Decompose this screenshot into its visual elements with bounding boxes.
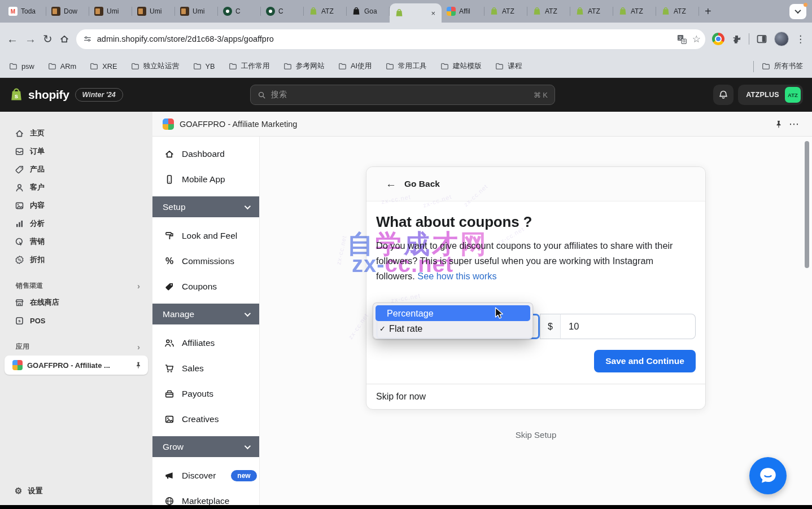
bookmark-folder[interactable]: 参考网站: [283, 62, 325, 71]
chrome-profile-icon[interactable]: [712, 33, 724, 45]
sidebar-item-content[interactable]: 内容: [5, 196, 148, 214]
sidebar-item-customers[interactable]: 客户: [5, 178, 148, 196]
go-back-button[interactable]: ← Go Back: [366, 167, 705, 201]
side-panel-icon[interactable]: [756, 33, 767, 45]
browser-toolbar: ← → ↻ admin.shopify.com/store/2d1c68-3/a…: [0, 23, 812, 55]
reload-button[interactable]: ↻: [43, 33, 53, 45]
nav-section-setup[interactable]: Setup: [152, 196, 259, 217]
sidebar-item-pos[interactable]: POS: [5, 311, 148, 330]
folder-icon: [90, 62, 98, 71]
browser-tab[interactable]: C: [218, 0, 261, 23]
nav-item-mobile-app[interactable]: Mobile App: [152, 166, 259, 192]
folder-icon: [386, 62, 394, 71]
bookmark-folder[interactable]: 独立站运营: [131, 62, 180, 71]
nav-item-coupons[interactable]: Coupons: [152, 274, 259, 299]
browser-tab[interactable]: Toda: [3, 0, 46, 23]
bookmark-folder[interactable]: 工作常用: [229, 62, 270, 71]
bookmark-folder[interactable]: 常用工具: [386, 62, 427, 71]
nav-item-affiliates[interactable]: Affiliates: [152, 330, 259, 356]
browser-tab[interactable]: Goa: [347, 0, 390, 23]
new-tab-button[interactable]: +: [699, 5, 717, 18]
home-button[interactable]: [59, 34, 69, 44]
skip-for-now-button[interactable]: Skip for now: [366, 384, 705, 409]
shopify-logo[interactable]: s shopify: [9, 87, 69, 102]
nav-item-creatives[interactable]: Creatives: [152, 406, 259, 432]
dropdown-option-percentage[interactable]: Percentage: [376, 305, 530, 321]
sidebar-item-goaffpro[interactable]: GOAFFPRO - Affiliate ...: [5, 356, 148, 375]
bookmark-folder[interactable]: AI使用: [338, 62, 372, 71]
apps-header[interactable]: 应用›: [5, 340, 148, 353]
browser-tab[interactable]: ATZ: [570, 0, 613, 23]
browser-tab[interactable]: ATZ: [656, 0, 699, 23]
browser-tab[interactable]: C: [261, 0, 304, 23]
forward-button[interactable]: →: [25, 33, 36, 45]
browser-tab[interactable]: Umi: [132, 0, 175, 23]
sidebar-item-online-store[interactable]: 在线商店: [5, 293, 148, 311]
save-and-continue-button[interactable]: Save and Continue: [594, 350, 696, 372]
bookmark-folder[interactable]: YB: [193, 62, 215, 71]
nav-section-grow[interactable]: Grow: [152, 436, 259, 457]
bookmark-folder[interactable]: ARm: [48, 62, 76, 71]
storefront-icon: [15, 298, 24, 308]
site-info-icon[interactable]: [83, 34, 92, 43]
coupon-amount-input[interactable]: [561, 314, 696, 339]
currency-prefix: $: [540, 314, 561, 339]
nav-item-payouts[interactable]: Payouts: [152, 381, 259, 406]
app-menu-icon[interactable]: ⋯: [789, 118, 800, 130]
browser-tab[interactable]: ATZ: [527, 0, 570, 23]
tab-search-button[interactable]: [789, 4, 806, 19]
sidebar-item-marketing[interactable]: 营销: [5, 232, 148, 251]
see-how-link[interactable]: See how this works: [417, 271, 496, 281]
nav-section-manage[interactable]: Manage: [152, 304, 259, 324]
nav-item-dashboard[interactable]: Dashboard: [152, 141, 259, 166]
pin-icon[interactable]: [774, 120, 783, 129]
bookmark-star-icon[interactable]: ☆: [692, 33, 701, 45]
notifications-button[interactable]: [713, 85, 734, 105]
back-arrow-icon: ←: [386, 178, 396, 190]
skip-setup-link[interactable]: Skip Setup: [260, 430, 812, 440]
sidebar-item-settings[interactable]: ⚙设置: [5, 482, 148, 500]
dropdown-option-flat-rate[interactable]: ✓Flat rate: [376, 321, 530, 336]
nav-item-commissions[interactable]: %Commissions: [152, 248, 259, 274]
sidebar-item-orders[interactable]: 订单: [5, 142, 148, 160]
bookmark-folder[interactable]: 建站模版: [440, 62, 482, 71]
bookmark-folder[interactable]: psw: [9, 62, 34, 71]
browser-tab[interactable]: Umi: [89, 0, 132, 23]
nav-item-look-and-feel[interactable]: Look and Feel: [152, 223, 259, 248]
browser-tab-active[interactable]: ×: [390, 3, 442, 23]
bookmark-folder[interactable]: 课程: [495, 62, 522, 71]
coupon-type-dropdown: Percentage ✓Flat rate: [373, 302, 533, 339]
back-button[interactable]: ←: [7, 33, 18, 45]
browser-tab[interactable]: Affil: [442, 0, 484, 23]
all-bookmarks[interactable]: 所有书签: [762, 62, 803, 71]
browser-tab[interactable]: ATZ: [613, 0, 656, 23]
browser-menu-icon[interactable]: ⋮: [796, 33, 805, 45]
sales-channels-header[interactable]: 销售渠道›: [5, 279, 148, 292]
page-scrollbar[interactable]: [805, 141, 809, 268]
profile-avatar[interactable]: [774, 32, 789, 46]
extensions-icon[interactable]: [731, 34, 742, 45]
translate-icon[interactable]: [676, 34, 687, 45]
folder-icon: [440, 62, 449, 71]
sidebar-item-discounts[interactable]: 折扣: [5, 251, 148, 269]
nav-item-sales[interactable]: Sales: [152, 356, 259, 381]
browser-tab[interactable]: Umi: [175, 0, 218, 23]
chat-widget-button[interactable]: [749, 457, 787, 494]
release-badge[interactable]: Winter '24: [75, 88, 123, 102]
bookmark-folder[interactable]: XRE: [90, 62, 117, 71]
account-menu[interactable]: ATZPLUS ATZ: [738, 85, 803, 105]
admin-search-input[interactable]: 搜索 ⌘ K: [250, 85, 555, 105]
sidebar-item-analytics[interactable]: 分析: [5, 214, 148, 232]
browser-tab[interactable]: Dow: [46, 0, 89, 23]
sidebar-item-home[interactable]: 主页: [5, 124, 148, 142]
browser-tab[interactable]: ATZ: [304, 0, 347, 23]
dialog-title: What about coupons ?: [376, 213, 696, 231]
pin-icon[interactable]: [134, 361, 142, 369]
folder-app-icon: [94, 7, 103, 16]
address-bar[interactable]: admin.shopify.com/store/2d1c68-3/apps/go…: [76, 29, 705, 49]
bookmarks-divider: [753, 61, 754, 72]
nav-item-discover[interactable]: Discovernew: [152, 463, 259, 488]
tab-close-icon[interactable]: ×: [430, 9, 436, 17]
sidebar-item-products[interactable]: 产品: [5, 160, 148, 178]
browser-tab[interactable]: ATZ: [484, 0, 527, 23]
